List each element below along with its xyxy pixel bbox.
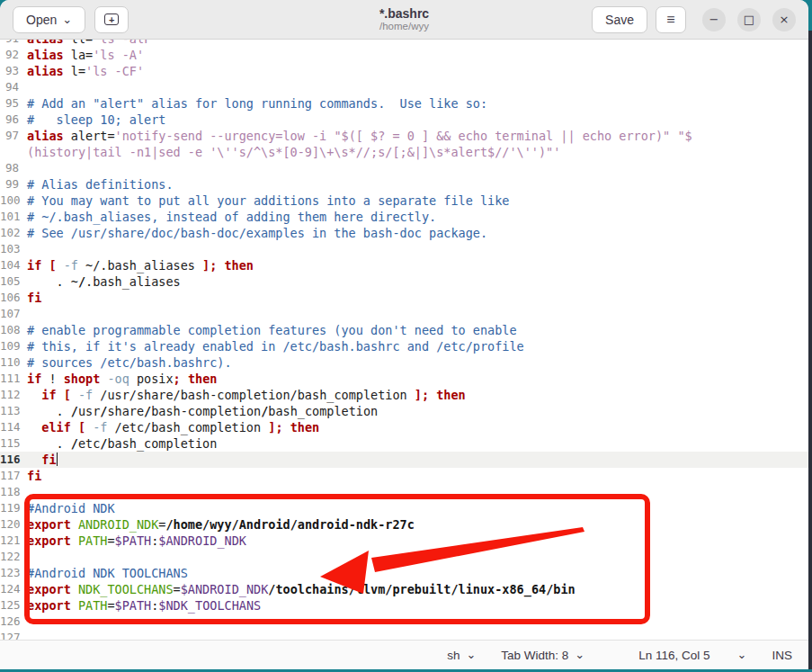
- line-number: 107: [0, 306, 27, 322]
- line-number: 126: [0, 614, 27, 630]
- line-number: 123: [0, 565, 27, 581]
- line-number: 93: [0, 63, 27, 79]
- code-line[interactable]: 101# ~/.bash_aliases, instead of adding …: [0, 209, 808, 225]
- code-line[interactable]: 120export ANDROID_NDK=/home/wyy/Android/…: [0, 516, 808, 533]
- code-line[interactable]: 93alias l='ls -CF': [0, 63, 808, 79]
- line-number: 92: [0, 47, 27, 63]
- code-line[interactable]: 109# this, if it's already enabled in /e…: [0, 338, 808, 354]
- line-number: 120: [0, 516, 27, 533]
- code-line[interactable]: 102# See /usr/share/doc/bash-doc/example…: [0, 225, 808, 241]
- code-line[interactable]: 99# Alias definitions.: [0, 176, 808, 193]
- code-line[interactable]: 98: [0, 160, 808, 176]
- language-selector[interactable]: sh ⌄: [447, 649, 476, 662]
- line-number: 115: [0, 435, 27, 452]
- status-bar: sh ⌄ Tab Width: 8 ⌄ Ln 116, Col 5 ⌄ INS: [0, 640, 808, 669]
- code-line[interactable]: 103: [0, 241, 808, 257]
- code-line[interactable]: 114 elif [ -f /etc/bash_completion ]; th…: [0, 419, 808, 435]
- code-line[interactable]: 118: [0, 484, 808, 500]
- code-text: . ~/.bash_aliases: [27, 273, 181, 290]
- header-right-controls: Save ≡ − □ ×: [592, 6, 796, 33]
- code-line[interactable]: 104if [ -f ~/.bash_aliases ]; then: [0, 257, 808, 273]
- code-text: . /etc/bash_completion: [27, 435, 217, 452]
- code-line[interactable]: 95# Add an "alert" alias for long runnin…: [0, 95, 808, 112]
- line-number: 119: [0, 500, 27, 516]
- open-button-label: Open: [26, 13, 57, 27]
- code-line[interactable]: 94: [0, 79, 808, 95]
- goto-line-dropdown[interactable]: ⌄: [737, 650, 747, 659]
- code-line[interactable]: 115 . /etc/bash_completion: [0, 435, 808, 452]
- code-text: export PATH=$PATH:$NDK_TOOLCHANS: [27, 597, 261, 614]
- tab-width-label: Tab Width: 8: [501, 649, 568, 662]
- code-text: if [ -f ~/.bash_aliases ]; then: [27, 257, 254, 273]
- code-text: if [ -f /usr/share/bash-completion/bash_…: [27, 387, 466, 403]
- code-line[interactable]: 124export NDK_TOOLCHANS=$ANDROID_NDK/too…: [0, 581, 808, 597]
- code-line[interactable]: 123#Android NDK TOOLCHANS: [0, 565, 808, 581]
- open-button[interactable]: Open ⌄: [13, 6, 85, 33]
- code-line[interactable]: 125export PATH=$PATH:$NDK_TOOLCHANS: [0, 597, 808, 614]
- line-number: 99: [0, 176, 27, 193]
- line-number: 127: [0, 630, 27, 640]
- code-text: export ANDROID_NDK=/home/wyy/Android/and…: [27, 516, 415, 533]
- code-line[interactable]: 108# enable programmable completion feat…: [0, 322, 808, 338]
- code-line[interactable]: 116 fi: [0, 452, 808, 468]
- code-line[interactable]: 113 . /usr/share/bash-completion/bash_co…: [0, 403, 808, 419]
- text-caret: [57, 452, 58, 466]
- code-text: alias la='ls -A': [27, 47, 144, 63]
- line-number: 109: [0, 338, 27, 354]
- code-text: . /usr/share/bash-completion/bash_comple…: [27, 403, 378, 419]
- code-text: alias alert='notify-send --urgency=low -…: [27, 128, 692, 144]
- code-line[interactable]: 122: [0, 549, 808, 565]
- line-number: 124: [0, 581, 27, 597]
- code-line[interactable]: 106fi: [0, 290, 808, 306]
- line-number: 105: [0, 273, 27, 290]
- code-line[interactable]: 96# sleep 10; alert: [0, 112, 808, 128]
- insert-mode-indicator[interactable]: INS: [772, 649, 792, 662]
- code-line[interactable]: 100# You may want to put all your additi…: [0, 193, 808, 209]
- line-number: 106: [0, 290, 27, 306]
- header-bar: Open ⌄ + *.bashrc /home/wyy Save ≡ − □ ×: [0, 0, 808, 40]
- maximize-button[interactable]: □: [737, 8, 761, 31]
- new-tab-button[interactable]: +: [94, 6, 129, 33]
- line-number: [0, 144, 27, 160]
- close-button[interactable]: ×: [772, 8, 796, 31]
- code-line[interactable]: 121export PATH=$PATH:$ANDROID_NDK: [0, 533, 808, 549]
- minimize-button[interactable]: −: [702, 8, 726, 31]
- tab-width-selector[interactable]: Tab Width: 8 ⌄: [501, 649, 584, 662]
- code-line[interactable]: 117fi: [0, 468, 808, 484]
- code-text: # See /usr/share/doc/bash-doc/examples i…: [27, 225, 487, 241]
- editor-area[interactable]: 91alias ll='ls -alF'92alias la='ls -A'93…: [0, 40, 808, 640]
- line-number: 113: [0, 403, 27, 419]
- line-number: 116: [0, 452, 27, 468]
- line-number: 97: [0, 128, 27, 144]
- line-number: 102: [0, 225, 27, 241]
- code-line[interactable]: 97alias alert='notify-send --urgency=low…: [0, 128, 808, 144]
- line-number: 121: [0, 533, 27, 549]
- code-line[interactable]: 105 . ~/.bash_aliases: [0, 273, 808, 290]
- save-button[interactable]: Save: [592, 6, 647, 33]
- code-line[interactable]: 111if ! shopt -oq posix; then: [0, 371, 808, 387]
- minimize-icon: −: [709, 13, 719, 26]
- menu-button[interactable]: ≡: [656, 6, 686, 33]
- code-line[interactable]: 107: [0, 306, 808, 322]
- chevron-down-icon: ⌄: [737, 650, 747, 659]
- language-label: sh: [447, 649, 460, 662]
- close-icon: ×: [780, 13, 790, 26]
- code-line[interactable]: 112 if [ -f /usr/share/bash-completion/b…: [0, 387, 808, 403]
- line-number: 101: [0, 209, 27, 225]
- line-number: 104: [0, 257, 27, 273]
- code-text: # sources /etc/bash.bashrc).: [27, 354, 232, 371]
- code-line[interactable]: 119#Android NDK: [0, 500, 808, 516]
- code-text: (history|tail -n1|sed -e '\''s/^\s*[0-9]…: [27, 144, 560, 160]
- line-number: 125: [0, 597, 27, 614]
- code-line[interactable]: 91alias ll='ls -alF': [0, 40, 808, 47]
- code-line[interactable]: (history|tail -n1|sed -e '\''s/^\s*[0-9]…: [0, 144, 808, 160]
- code-line[interactable]: 110# sources /etc/bash.bashrc).: [0, 354, 808, 371]
- code-line[interactable]: 126: [0, 614, 808, 630]
- code-line[interactable]: 92alias la='ls -A': [0, 47, 808, 63]
- line-number: 122: [0, 549, 27, 565]
- line-number: 96: [0, 112, 27, 128]
- code-text: # ~/.bash_aliases, instead of adding the…: [27, 209, 436, 225]
- background-window-strip: [808, 31, 812, 669]
- code-text: if ! shopt -oq posix; then: [27, 371, 217, 387]
- code-line[interactable]: 127: [0, 630, 808, 640]
